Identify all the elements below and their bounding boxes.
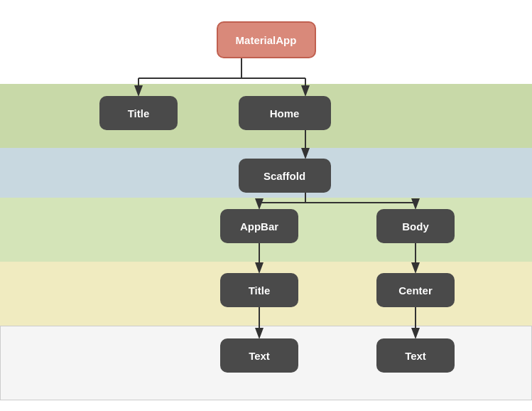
center-node: Center — [376, 273, 455, 307]
diagram-container: MaterialApp Title Home Scaffold AppBar B… — [0, 0, 532, 411]
title-mid-node: Title — [220, 273, 298, 307]
home-node: Home — [239, 96, 331, 130]
home-label: Home — [270, 107, 300, 119]
text-left-node: Text — [220, 338, 298, 373]
appbar-node: AppBar — [220, 209, 298, 243]
center-label: Center — [398, 284, 433, 297]
materialapp-node: MaterialApp — [217, 21, 316, 58]
title-mid-label: Title — [249, 284, 271, 297]
body-label: Body — [402, 220, 429, 233]
appbar-label: AppBar — [240, 220, 278, 233]
text-right-node: Text — [376, 338, 455, 373]
scaffold-label: Scaffold — [264, 170, 305, 182]
title-top-label: Title — [128, 107, 150, 119]
materialapp-label: MaterialApp — [236, 34, 297, 46]
text-right-label: Text — [405, 350, 426, 362]
scaffold-node: Scaffold — [239, 159, 331, 193]
title-top-node: Title — [99, 96, 178, 130]
text-left-label: Text — [249, 350, 270, 362]
body-node: Body — [376, 209, 455, 243]
